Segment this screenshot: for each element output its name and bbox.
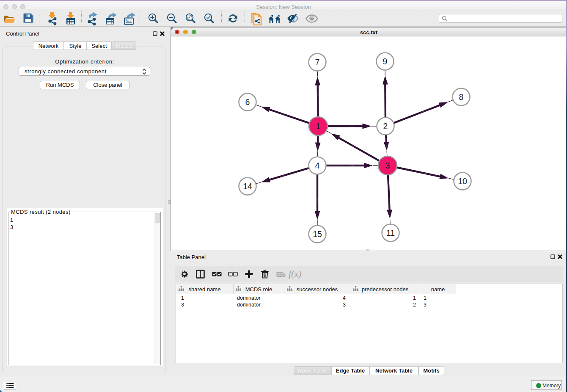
svg-text:3: 3 [385, 161, 390, 170]
svg-text:6: 6 [245, 97, 250, 107]
svg-text:7: 7 [315, 58, 320, 67]
svg-text:8: 8 [459, 92, 464, 102]
svg-text:4: 4 [315, 161, 320, 170]
svg-text:14: 14 [243, 182, 252, 191]
svg-text:10: 10 [458, 177, 467, 186]
svg-text:2: 2 [383, 121, 388, 131]
svg-text:11: 11 [386, 228, 395, 237]
svg-text:1: 1 [316, 121, 321, 131]
svg-text:9: 9 [383, 57, 388, 66]
svg-text:15: 15 [313, 229, 322, 239]
